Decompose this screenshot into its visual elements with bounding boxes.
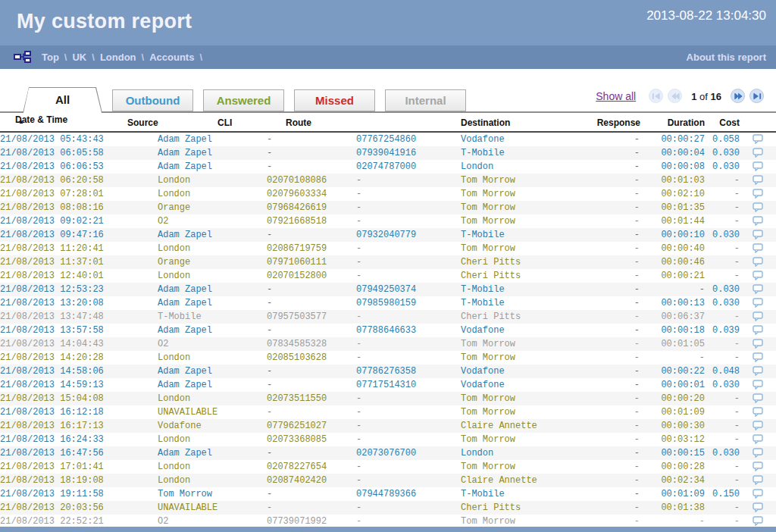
comment-icon[interactable] [753, 407, 763, 417]
comment-icon[interactable] [753, 257, 763, 267]
comment-icon[interactable] [753, 462, 763, 471]
column-header-route[interactable]: Route [286, 117, 311, 128]
breadcrumb-item-uk[interactable]: UK [72, 52, 86, 63]
column-header-destination[interactable]: Destination [461, 117, 510, 128]
cell-comment [740, 405, 776, 419]
comment-icon[interactable] [753, 434, 763, 444]
cell-cli: 02086719759 [267, 242, 356, 255]
cell-comment [740, 501, 776, 515]
report-toolbar: AllOutboundAnsweredMissedInternal Show a… [0, 69, 776, 113]
first-page-button[interactable] [649, 89, 663, 103]
comment-icon[interactable] [753, 189, 763, 199]
table-row: 21/08/2013 11:37:01Orange07971060111-Che… [0, 255, 776, 269]
show-all-link[interactable]: Show all [596, 90, 636, 102]
comment-icon[interactable] [753, 325, 763, 335]
tab-all[interactable]: All [23, 87, 102, 113]
sort-asc-icon: ▲ [15, 118, 24, 125]
column-header-cost[interactable]: Cost [705, 117, 740, 128]
table-row: 21/08/2013 06:06:53Adam Zapel-0207478700… [0, 160, 776, 174]
table-row: 21/08/2013 13:57:58Adam Zapel-0778864663… [0, 324, 776, 337]
comment-icon[interactable] [753, 352, 763, 362]
comment-icon[interactable] [753, 380, 763, 390]
cell-cli: 07834585328 [267, 337, 356, 351]
cell-duration: 00:00:40 [640, 242, 705, 255]
cell-cli: 07921668518 [267, 214, 356, 228]
cell-response: - [597, 460, 640, 474]
comment-icon[interactable] [753, 489, 763, 499]
comment-icon[interactable] [753, 271, 763, 280]
tab-internal[interactable]: Internal [385, 89, 466, 111]
cell-cli: - [267, 501, 356, 515]
comment-icon[interactable] [753, 448, 763, 458]
cell-response: - [597, 201, 640, 214]
cell-source: Adam Zapel [158, 160, 267, 174]
breadcrumb-item-top[interactable]: Top [42, 52, 59, 63]
tab-answered[interactable]: Answered [203, 89, 284, 111]
column-header-response[interactable]: Response [565, 117, 640, 128]
comment-icon[interactable] [753, 161, 763, 171]
call-table: 21/08/2013 05:43:43Adam Zapel-0776725486… [0, 133, 776, 528]
comment-icon[interactable] [753, 243, 763, 253]
next-page-button[interactable] [731, 89, 745, 103]
pager-back-buttons [646, 89, 684, 105]
cell-comment [740, 433, 776, 446]
cell-destination: T-Mobile [461, 228, 597, 242]
cell-destination: Claire Annette [461, 474, 597, 487]
comment-icon[interactable] [753, 284, 763, 294]
comment-icon[interactable] [753, 230, 763, 239]
cell-duration: 00:01:05 [640, 337, 705, 351]
comment-icon[interactable] [753, 421, 763, 430]
comment-icon[interactable] [753, 311, 763, 321]
cell-destination: Tom Morrow [461, 405, 597, 419]
comment-icon[interactable] [753, 298, 763, 308]
cell-response: - [597, 269, 640, 283]
tab-outbound[interactable]: Outbound [112, 89, 193, 111]
cell-cli: - [267, 160, 356, 174]
column-header-source[interactable]: Source [127, 117, 158, 128]
table-row: 21/08/2013 09:47:16Adam Zapel-0793204077… [0, 228, 776, 242]
cell-duration: 00:00:15 [640, 446, 705, 460]
cell-comment [740, 378, 776, 392]
cell-source: London [158, 187, 267, 201]
comment-icon[interactable] [753, 502, 763, 512]
tab-missed[interactable]: Missed [294, 89, 375, 111]
comment-icon[interactable] [753, 393, 763, 403]
cell-date: 21/08/2013 11:20:41 [0, 242, 158, 255]
cell-route: - [356, 392, 461, 405]
cell-date: 21/08/2013 06:05:58 [0, 146, 158, 160]
column-header-duration[interactable]: Duration [640, 117, 705, 128]
comment-icon[interactable] [753, 366, 763, 376]
column-header-cli[interactable]: CLI [217, 117, 232, 128]
comment-icon[interactable] [753, 148, 763, 158]
cell-duration: 00:06:37 [640, 310, 705, 324]
cell-duration: 00:00:13 [640, 296, 705, 310]
comment-icon[interactable] [753, 339, 763, 349]
comment-icon[interactable] [753, 516, 763, 526]
previous-page-button[interactable] [668, 89, 682, 103]
cell-cost: - [705, 242, 740, 255]
last-page-button[interactable] [749, 89, 764, 103]
cell-duration: 00:00:27 [640, 133, 705, 146]
comment-icon[interactable] [753, 175, 763, 185]
comment-icon[interactable] [753, 216, 763, 226]
cell-cost: - [705, 214, 740, 228]
cell-comment [740, 474, 776, 487]
comment-icon[interactable] [753, 475, 763, 485]
page-indicator: 1 of 16 [691, 91, 721, 102]
comment-icon[interactable] [753, 134, 763, 144]
cell-route: - [356, 255, 461, 269]
cell-destination: Tom Morrow [461, 174, 597, 187]
about-this-report-link[interactable]: About this report [687, 52, 766, 63]
cell-cli: 02073511550 [267, 392, 356, 405]
cell-cli: 07968426619 [267, 201, 356, 214]
cell-destination: Tom Morrow [461, 242, 597, 255]
cell-date: 21/08/2013 05:43:43 [0, 133, 158, 146]
cell-duration: 00:00:46 [640, 255, 705, 269]
breadcrumb-item-london[interactable]: London [100, 52, 136, 63]
cell-destination: Tom Morrow [461, 337, 597, 351]
comment-icon[interactable] [753, 202, 763, 212]
cell-route: 07949250374 [356, 283, 461, 296]
cell-destination: Cheri Pitts [461, 501, 597, 515]
breadcrumb-item-accounts[interactable]: Accounts [149, 52, 194, 63]
cell-comment [740, 337, 776, 351]
